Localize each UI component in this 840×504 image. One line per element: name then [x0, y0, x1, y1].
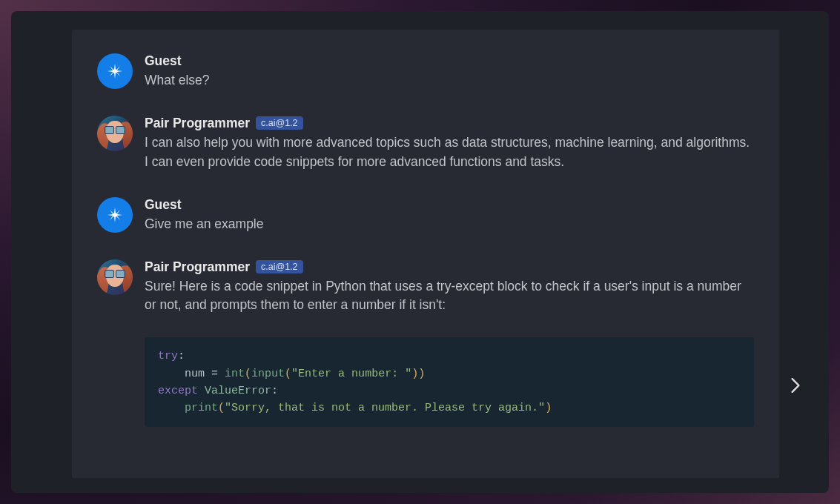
guest-avatar[interactable]: [97, 197, 133, 233]
code-block[interactable]: try: num = int(input("Enter a number: ")…: [145, 337, 754, 427]
bot-avatar[interactable]: [97, 259, 133, 295]
sender-name: Guest: [145, 53, 182, 69]
burst-icon: [107, 63, 123, 79]
bot-portrait-icon: [97, 259, 133, 295]
burst-icon: [107, 207, 123, 223]
message-bot-2: Pair Programmer c.ai@1.2 Sure! Here is a…: [97, 259, 754, 428]
message-body: Guest What else?: [145, 53, 754, 90]
message-text: Give me an example: [145, 215, 754, 234]
message-body: Pair Programmer c.ai@1.2 I can also help…: [145, 116, 754, 172]
sender-name: Pair Programmer: [145, 259, 250, 275]
message-guest-1: Guest What else?: [97, 53, 754, 90]
model-badge: c.ai@1.2: [256, 260, 303, 273]
message-header: Guest: [145, 53, 754, 69]
message-header: Guest: [145, 197, 754, 213]
next-button[interactable]: [784, 374, 807, 397]
outer-panel: Guest What else? Pair Programmer c.ai@1.…: [11, 11, 829, 493]
message-body: Guest Give me an example: [145, 197, 754, 234]
guest-avatar[interactable]: [97, 53, 133, 89]
message-body: Pair Programmer c.ai@1.2 Sure! Here is a…: [145, 259, 754, 428]
message-bot-1: Pair Programmer c.ai@1.2 I can also help…: [97, 116, 754, 172]
message-text: I can also help you with more advanced t…: [145, 133, 754, 172]
chat-panel: Guest What else? Pair Programmer c.ai@1.…: [72, 30, 779, 478]
message-guest-2: Guest Give me an example: [97, 197, 754, 234]
sender-name: Guest: [145, 197, 182, 213]
chevron-right-icon: [790, 377, 801, 394]
message-text: Sure! Here is a code snippet in Python t…: [145, 277, 754, 316]
message-header: Pair Programmer c.ai@1.2: [145, 259, 754, 275]
bot-portrait-icon: [97, 116, 133, 151]
sender-name: Pair Programmer: [145, 116, 250, 131]
message-text: What else?: [145, 71, 754, 90]
model-badge: c.ai@1.2: [256, 116, 303, 130]
message-header: Pair Programmer c.ai@1.2: [145, 116, 754, 131]
bot-avatar[interactable]: [97, 116, 133, 151]
